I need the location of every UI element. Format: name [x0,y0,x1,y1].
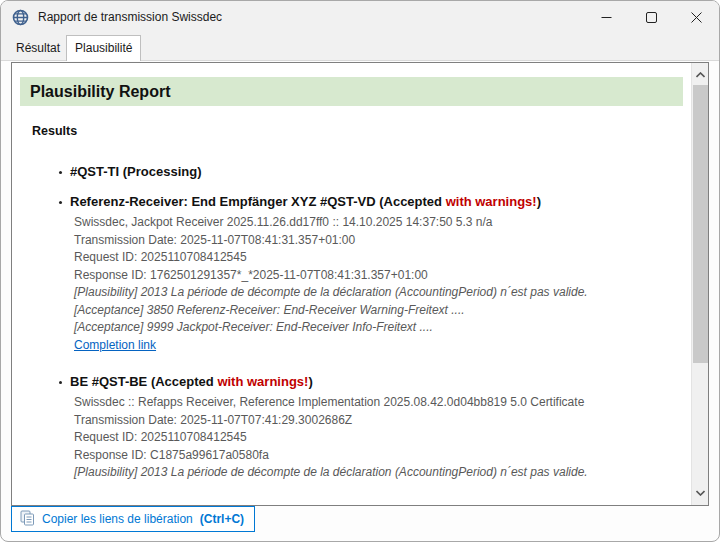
result-sections: #QST-TI (Processing) Referenz-Receiver: … [58,164,677,482]
copy-release-links-button[interactable]: Copier les liens de libération (Ctrl+C) [11,506,255,532]
section-title: BE #QST-BE (Accepted with warnings!) [70,374,677,389]
copy-button-shortcut: (Ctrl+C) [200,512,244,526]
section-title-text: #QST-TI (Processing) [70,164,201,179]
tab-resultat[interactable]: Résultat [10,37,66,60]
scrollbar-thumb[interactable] [693,85,708,363]
section-title-text: Referenz-Receiver: End Empfänger XYZ #QS… [70,194,446,209]
section-warning-text: with warnings! [446,194,537,209]
section-title-suffix: ) [308,374,312,389]
report-title: Plausibility Report [20,77,683,106]
maximize-button[interactable] [629,1,674,33]
section-details: Swissdec, Jackpot Receiver 2025.11.26.dd… [70,214,677,354]
response-id: Response ID: 1762501291357*_*2025-11-07T… [74,267,677,285]
globe-icon [12,9,29,26]
results-heading: Results [32,124,691,138]
completion-link[interactable]: Completion link [74,338,156,352]
transmission-date: Transmission Date: 2025-11-07T07:41:29.3… [74,412,677,430]
scroll-up-button[interactable] [692,65,709,85]
section-details: Swissdec :: Refapps Receiver, Reference … [70,394,677,482]
plausibility-issue: [Plausibility] 2013 La période de décomp… [74,464,677,482]
receiver-info: Swissdec, Jackpot Receiver 2025.11.26.dd… [74,214,677,232]
section-title-text: BE #QST-BE (Accepted [70,374,217,389]
report-panel: Plausibility Report Results #QST-TI (Pro… [11,62,709,506]
plausibility-issue: [Plausibility] 2013 La période de décomp… [74,284,677,302]
acceptance-issue: [Acceptance] 3850 Referenz-Receiver: End… [74,302,677,320]
report-content: Plausibility Report Results #QST-TI (Pro… [12,63,691,505]
transmission-date: Transmission Date: 2025-11-07T08:41:31.3… [74,232,677,250]
transmission-report-window: Rapport de transmission Swissdec Résulta… [0,0,720,542]
titlebar: Rapport de transmission Swissdec [1,1,719,33]
copy-button-label: Copier les liens de libération [42,512,193,526]
section-qst-be: BE #QST-BE (Accepted with warnings!) Swi… [58,374,677,482]
scroll-down-button[interactable] [692,483,709,503]
tab-strip: Résultat Plausibilité [1,33,719,61]
request-id: Request ID: 2025110708412545 [74,249,677,267]
section-title: #QST-TI (Processing) [70,164,677,179]
section-title: Referenz-Receiver: End Empfänger XYZ #QS… [70,194,677,209]
response-id: Response ID: C1875a99617a0580fa [74,447,677,465]
vertical-scrollbar[interactable] [691,63,708,505]
section-title-suffix: ) [537,194,541,209]
copy-icon [20,510,35,529]
request-id: Request ID: 2025110708412545 [74,429,677,447]
section-qst-ti: #QST-TI (Processing) [58,164,677,179]
receiver-info: Swissdec :: Refapps Receiver, Reference … [74,394,677,412]
close-button[interactable] [674,1,719,33]
section-warning-text: with warnings! [217,374,308,389]
caption-buttons [584,1,719,33]
tab-plausibilite[interactable]: Plausibilité [66,35,141,61]
window-title: Rapport de transmission Swissdec [38,10,222,24]
section-qst-vd: Referenz-Receiver: End Empfänger XYZ #QS… [58,194,677,354]
minimize-button[interactable] [584,1,629,33]
acceptance-issue: [Acceptance] 9999 Jackpot-Receiver: End-… [74,319,677,337]
